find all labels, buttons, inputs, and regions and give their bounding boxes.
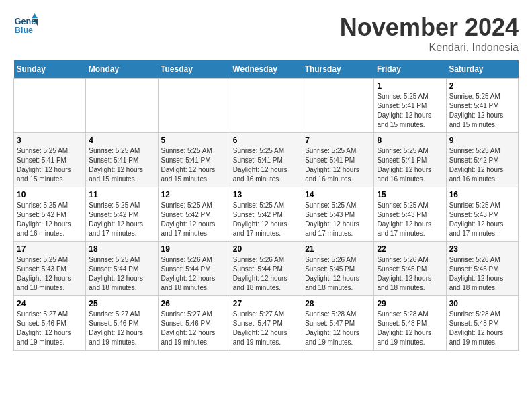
day-info: Sunrise: 5:25 AM Sunset: 5:42 PM Dayligh… [161, 201, 227, 238]
day-info: Sunrise: 5:25 AM Sunset: 5:41 PM Dayligh… [161, 146, 227, 184]
day-info: Sunrise: 5:27 AM Sunset: 5:46 PM Dayligh… [161, 310, 227, 347]
day-number: 29 [377, 299, 443, 308]
day-number: 27 [233, 299, 299, 308]
title-block: November 2024 Kendari, Indonesia [340, 13, 519, 54]
weekday-header-thursday: Thursday [302, 60, 374, 79]
day-info: Sunrise: 5:26 AM Sunset: 5:44 PM Dayligh… [161, 255, 227, 293]
day-number: 14 [305, 190, 371, 199]
day-info: Sunrise: 5:25 AM Sunset: 5:42 PM Dayligh… [89, 201, 154, 238]
day-number: 23 [449, 244, 515, 254]
day-number: 10 [17, 190, 83, 199]
weekday-header-saturday: Saturday [446, 60, 518, 79]
day-info: Sunrise: 5:26 AM Sunset: 5:44 PM Dayligh… [233, 255, 299, 293]
calendar-cell [302, 79, 374, 133]
day-info: Sunrise: 5:27 AM Sunset: 5:46 PM Dayligh… [17, 310, 83, 347]
day-info: Sunrise: 5:25 AM Sunset: 5:42 PM Dayligh… [449, 146, 515, 184]
day-number: 26 [161, 299, 227, 308]
calendar-week-3: 17Sunrise: 5:25 AM Sunset: 5:43 PM Dayli… [14, 242, 519, 296]
calendar-cell: 22Sunrise: 5:26 AM Sunset: 5:45 PM Dayli… [374, 242, 446, 296]
page-header: General Blue November 2024 Kendari, Indo… [13, 13, 519, 54]
day-number: 2 [449, 81, 515, 91]
day-number: 11 [89, 190, 154, 199]
day-info: Sunrise: 5:25 AM Sunset: 5:41 PM Dayligh… [377, 146, 443, 184]
weekday-header-tuesday: Tuesday [158, 60, 230, 79]
day-info: Sunrise: 5:27 AM Sunset: 5:47 PM Dayligh… [233, 310, 299, 347]
calendar-cell: 30Sunrise: 5:28 AM Sunset: 5:48 PM Dayli… [446, 296, 518, 351]
calendar-cell: 21Sunrise: 5:26 AM Sunset: 5:45 PM Dayli… [302, 242, 374, 296]
day-info: Sunrise: 5:28 AM Sunset: 5:48 PM Dayligh… [377, 310, 443, 347]
weekday-header-wednesday: Wednesday [230, 60, 302, 79]
day-info: Sunrise: 5:25 AM Sunset: 5:41 PM Dayligh… [449, 92, 515, 130]
day-number: 18 [89, 244, 154, 254]
location: Kendari, Indonesia [340, 42, 519, 54]
calendar-cell [230, 79, 302, 133]
day-info: Sunrise: 5:25 AM Sunset: 5:42 PM Dayligh… [17, 201, 83, 238]
day-number: 20 [233, 244, 299, 254]
day-number: 3 [17, 136, 83, 145]
day-number: 19 [161, 244, 227, 254]
day-number: 25 [89, 299, 154, 308]
day-info: Sunrise: 5:25 AM Sunset: 5:44 PM Dayligh… [89, 255, 154, 293]
calendar-cell: 12Sunrise: 5:25 AM Sunset: 5:42 PM Dayli… [158, 187, 230, 242]
day-info: Sunrise: 5:25 AM Sunset: 5:41 PM Dayligh… [377, 92, 443, 130]
calendar-cell: 3Sunrise: 5:25 AM Sunset: 5:41 PM Daylig… [14, 133, 86, 187]
day-number: 24 [17, 299, 83, 308]
calendar-cell: 28Sunrise: 5:28 AM Sunset: 5:47 PM Dayli… [302, 296, 374, 351]
calendar-cell: 10Sunrise: 5:25 AM Sunset: 5:42 PM Dayli… [14, 187, 86, 242]
calendar-cell: 13Sunrise: 5:25 AM Sunset: 5:42 PM Dayli… [230, 187, 302, 242]
svg-text:Blue: Blue [15, 26, 33, 35]
calendar-cell: 25Sunrise: 5:27 AM Sunset: 5:46 PM Dayli… [86, 296, 158, 351]
calendar-week-4: 24Sunrise: 5:27 AM Sunset: 5:46 PM Dayli… [14, 296, 519, 351]
calendar-cell: 27Sunrise: 5:27 AM Sunset: 5:47 PM Dayli… [230, 296, 302, 351]
calendar-cell: 20Sunrise: 5:26 AM Sunset: 5:44 PM Dayli… [230, 242, 302, 296]
day-number: 15 [377, 190, 443, 199]
calendar-table: SundayMondayTuesdayWednesdayThursdayFrid… [13, 60, 519, 351]
calendar-cell: 18Sunrise: 5:25 AM Sunset: 5:44 PM Dayli… [86, 242, 158, 296]
day-info: Sunrise: 5:25 AM Sunset: 5:43 PM Dayligh… [377, 201, 443, 238]
calendar-cell: 6Sunrise: 5:25 AM Sunset: 5:41 PM Daylig… [230, 133, 302, 187]
day-number: 4 [89, 136, 154, 145]
day-info: Sunrise: 5:25 AM Sunset: 5:43 PM Dayligh… [305, 201, 371, 238]
day-number: 13 [233, 190, 299, 199]
day-info: Sunrise: 5:25 AM Sunset: 5:41 PM Dayligh… [305, 146, 371, 184]
calendar-cell: 29Sunrise: 5:28 AM Sunset: 5:48 PM Dayli… [374, 296, 446, 351]
day-number: 22 [377, 244, 443, 254]
calendar-cell: 17Sunrise: 5:25 AM Sunset: 5:43 PM Dayli… [14, 242, 86, 296]
day-number: 8 [377, 136, 443, 145]
day-info: Sunrise: 5:27 AM Sunset: 5:46 PM Dayligh… [89, 310, 154, 347]
day-number: 6 [233, 136, 299, 145]
day-number: 28 [305, 299, 371, 308]
day-info: Sunrise: 5:26 AM Sunset: 5:45 PM Dayligh… [305, 255, 371, 293]
day-number: 17 [17, 244, 83, 254]
calendar-cell: 7Sunrise: 5:25 AM Sunset: 5:41 PM Daylig… [302, 133, 374, 187]
weekday-row: SundayMondayTuesdayWednesdayThursdayFrid… [14, 60, 519, 79]
day-info: Sunrise: 5:26 AM Sunset: 5:45 PM Dayligh… [449, 255, 515, 293]
day-number: 1 [377, 81, 443, 91]
day-number: 21 [305, 244, 371, 254]
day-info: Sunrise: 5:25 AM Sunset: 5:43 PM Dayligh… [17, 255, 83, 293]
day-info: Sunrise: 5:25 AM Sunset: 5:41 PM Dayligh… [233, 146, 299, 184]
calendar-cell: 26Sunrise: 5:27 AM Sunset: 5:46 PM Dayli… [158, 296, 230, 351]
logo-icon: General Blue [13, 13, 38, 38]
day-number: 12 [161, 190, 227, 199]
calendar-header: SundayMondayTuesdayWednesdayThursdayFrid… [14, 60, 519, 79]
calendar-cell: 19Sunrise: 5:26 AM Sunset: 5:44 PM Dayli… [158, 242, 230, 296]
calendar-cell: 11Sunrise: 5:25 AM Sunset: 5:42 PM Dayli… [86, 187, 158, 242]
calendar-week-1: 3Sunrise: 5:25 AM Sunset: 5:41 PM Daylig… [14, 133, 519, 187]
day-info: Sunrise: 5:28 AM Sunset: 5:47 PM Dayligh… [305, 310, 371, 347]
weekday-header-friday: Friday [374, 60, 446, 79]
calendar-cell: 8Sunrise: 5:25 AM Sunset: 5:41 PM Daylig… [374, 133, 446, 187]
day-number: 16 [449, 190, 515, 199]
calendar-cell: 23Sunrise: 5:26 AM Sunset: 5:45 PM Dayli… [446, 242, 518, 296]
calendar-cell: 24Sunrise: 5:27 AM Sunset: 5:46 PM Dayli… [14, 296, 86, 351]
day-number: 30 [449, 299, 515, 308]
month-title: November 2024 [340, 13, 519, 42]
day-info: Sunrise: 5:25 AM Sunset: 5:42 PM Dayligh… [233, 201, 299, 238]
calendar-cell [158, 79, 230, 133]
logo: General Blue [13, 13, 38, 38]
weekday-header-sunday: Sunday [14, 60, 86, 79]
weekday-header-monday: Monday [86, 60, 158, 79]
calendar-cell: 1Sunrise: 5:25 AM Sunset: 5:41 PM Daylig… [374, 79, 446, 133]
calendar-cell: 15Sunrise: 5:25 AM Sunset: 5:43 PM Dayli… [374, 187, 446, 242]
calendar-cell: 2Sunrise: 5:25 AM Sunset: 5:41 PM Daylig… [446, 79, 518, 133]
